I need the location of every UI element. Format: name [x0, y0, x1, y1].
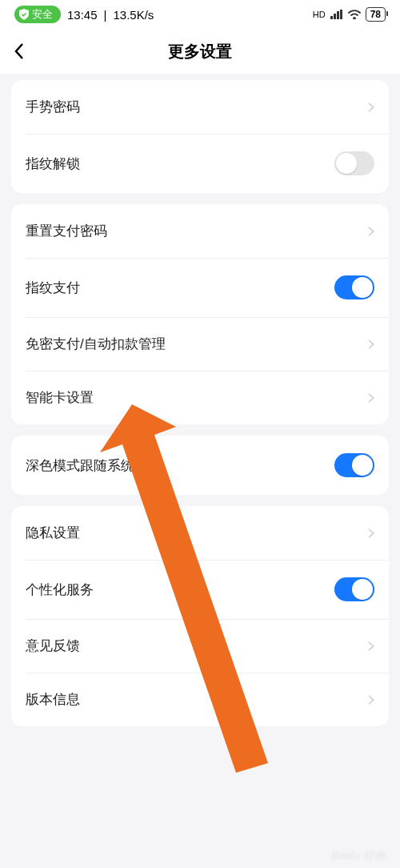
row-fingerprint-unlock[interactable]: 指纹解锁: [11, 134, 389, 193]
battery-indicator: 78: [366, 7, 386, 22]
row-label: 指纹解锁: [26, 155, 80, 173]
row-label: 手势密码: [26, 98, 80, 116]
chevron-left-icon: [14, 42, 25, 60]
row-gesture-password[interactable]: 手势密码: [11, 80, 389, 134]
back-button[interactable]: [0, 29, 38, 74]
row-label: 深色模式跟随系统设置: [26, 456, 162, 475]
svg-rect-0: [330, 16, 333, 19]
fingerprint-unlock-toggle[interactable]: [334, 151, 374, 175]
signal-icon: [330, 10, 343, 19]
chevron-right-icon: [369, 102, 374, 112]
svg-marker-8: [369, 528, 374, 538]
row-personalization[interactable]: 个性化服务: [11, 560, 389, 619]
svg-marker-10: [369, 695, 374, 705]
safe-pill: 安全: [14, 6, 61, 23]
row-privacy[interactable]: 隐私设置: [11, 506, 389, 560]
chevron-right-icon: [369, 393, 374, 403]
row-label: 免密支付/自动扣款管理: [26, 335, 166, 353]
shield-icon: [19, 9, 29, 20]
chevron-right-icon: [369, 227, 374, 236]
chevron-right-icon: [369, 695, 374, 705]
svg-marker-7: [369, 393, 374, 403]
svg-rect-1: [334, 14, 336, 19]
svg-rect-2: [337, 11, 339, 19]
row-label: 隐私设置: [26, 524, 80, 542]
row-label: 指纹支付: [26, 279, 80, 297]
status-speed: 13.5K/s: [113, 8, 154, 22]
group-darkmode: 深色模式跟随系统设置: [11, 436, 389, 495]
row-feedback[interactable]: 意见反馈: [11, 619, 389, 673]
chevron-right-icon: [369, 340, 374, 349]
status-bar: 安全 13:45 | 13.5K/s HD 78: [0, 0, 400, 29]
page-title: 更多设置: [0, 41, 400, 62]
wifi-icon: [348, 10, 361, 19]
darkmode-toggle[interactable]: [334, 453, 374, 477]
settings-content: 手势密码 指纹解锁 重置支付密码 指纹支付 免密支付/自动扣款管理 智能卡设置 …: [0, 74, 400, 726]
svg-marker-6: [369, 340, 374, 349]
group-security: 手势密码 指纹解锁: [11, 80, 389, 193]
row-label: 个性化服务: [26, 581, 94, 599]
chevron-right-icon: [369, 528, 374, 538]
svg-marker-4: [369, 102, 374, 112]
status-time: 13:45: [67, 8, 98, 22]
watermark: Baidu 经验: [331, 849, 386, 863]
row-fingerprint-pay[interactable]: 指纹支付: [11, 258, 389, 317]
svg-marker-5: [369, 227, 374, 236]
row-label: 重置支付密码: [26, 222, 107, 240]
chevron-right-icon: [369, 641, 374, 651]
row-passwordless-autodebit[interactable]: 免密支付/自动扣款管理: [11, 317, 389, 371]
row-smartcard[interactable]: 智能卡设置: [11, 371, 389, 424]
row-version[interactable]: 版本信息: [11, 673, 389, 726]
group-payment: 重置支付密码 指纹支付 免密支付/自动扣款管理 智能卡设置: [11, 204, 389, 424]
svg-marker-9: [369, 641, 374, 651]
fingerprint-pay-toggle[interactable]: [334, 275, 374, 299]
row-label: 版本信息: [26, 690, 80, 709]
svg-rect-3: [340, 10, 342, 19]
row-reset-pay-password[interactable]: 重置支付密码: [11, 204, 389, 258]
safe-label: 安全: [32, 7, 53, 22]
row-label: 意见反馈: [26, 637, 80, 655]
status-divider: |: [104, 8, 107, 22]
row-label: 智能卡设置: [26, 388, 94, 407]
personalization-toggle[interactable]: [334, 577, 374, 601]
header: 更多设置: [0, 29, 400, 74]
group-misc: 隐私设置 个性化服务 意见反馈 版本信息: [11, 506, 389, 726]
hd-indicator: HD: [313, 10, 326, 19]
row-darkmode-follow[interactable]: 深色模式跟随系统设置: [11, 436, 389, 495]
